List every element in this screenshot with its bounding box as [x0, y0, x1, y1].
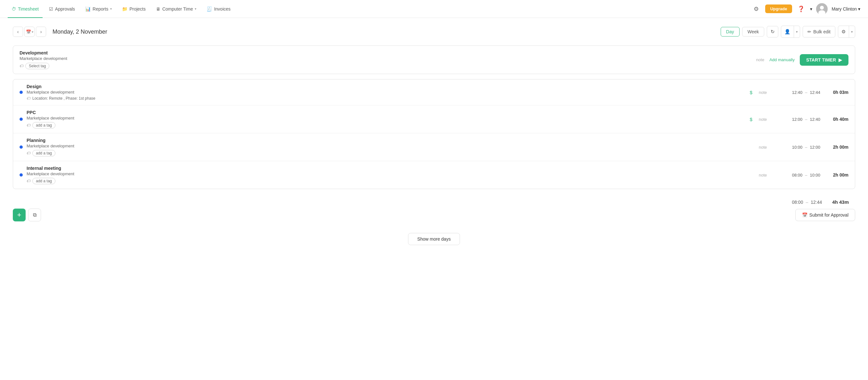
nav-computer-time[interactable]: 🖥 Computer Time ▾ — [152, 0, 200, 18]
add-manually-button[interactable]: Add manually — [769, 57, 795, 62]
entry-duration-planning: 2h 00m — [829, 145, 848, 150]
dash-design: – — [805, 90, 807, 95]
show-more-days-button[interactable]: Show more days — [408, 233, 460, 245]
development-tag-row: 🏷 Select tag — [20, 63, 751, 69]
nav-invoices[interactable]: 🧾 Invoices — [203, 0, 234, 18]
billable-icon-design: $ — [750, 90, 752, 95]
add-entry-button[interactable]: + — [13, 209, 26, 222]
summary-dash: – — [806, 200, 808, 205]
svg-point-1 — [820, 6, 824, 10]
user-name[interactable]: Mary Clinton ▾ — [832, 6, 860, 11]
entry-project-planning: Marketplace development — [27, 144, 746, 148]
entry-title-design: Design — [27, 84, 746, 89]
tag-text-design: Location: Remote , Phase: 1st phase — [32, 96, 95, 100]
day-view-button[interactable]: Day — [721, 27, 740, 36]
development-entry-row: Development Marketplace development 🏷 Se… — [13, 46, 855, 74]
user-filter-button[interactable]: 👤 ▾ — [781, 26, 800, 38]
week-view-button[interactable]: Week — [742, 27, 765, 36]
help-icon[interactable]: ❓ — [796, 4, 806, 14]
reports-chevron-icon: ▾ — [110, 7, 112, 10]
calendar-button[interactable]: 📅 ▾ — [24, 27, 35, 37]
table-row: Planning Marketplace development 🏷 add a… — [13, 133, 855, 161]
entry-dot-meeting — [20, 173, 23, 177]
nav-timesheet[interactable]: ⏱ Timesheet — [8, 0, 42, 18]
table-row: Design Marketplace development 🏷 Locatio… — [13, 80, 855, 106]
projects-icon: 📁 — [122, 6, 127, 11]
development-sub-project: Marketplace development — [20, 56, 751, 61]
entry-project-meeting: Marketplace development — [27, 171, 746, 176]
next-date-button[interactable]: › — [36, 27, 46, 37]
submit-approval-button[interactable]: 📅 Submit for Approval — [795, 209, 855, 221]
entry-title-meeting: Internal meeting — [27, 166, 746, 171]
select-tag-button[interactable]: Select tag — [25, 63, 49, 69]
add-tag-button-meeting[interactable]: add a tag — [32, 178, 55, 184]
date-toolbar: ‹ 📅 ▾ › Monday, 2 November Day Week ↻ 👤 … — [13, 26, 855, 38]
refresh-button[interactable]: ↻ — [767, 26, 778, 37]
main-content: ‹ 📅 ▾ › Monday, 2 November Day Week ↻ 👤 … — [0, 18, 868, 253]
clock-icon: ⏱ — [11, 6, 16, 11]
table-row: PPC Marketplace development 🏷 add a tag … — [13, 106, 855, 133]
computer-time-chevron-icon: ▾ — [195, 7, 196, 10]
nav-projects[interactable]: 📁 Projects — [118, 0, 150, 18]
entry-note-design: note — [759, 90, 772, 95]
development-entry-info: Development Marketplace development 🏷 Se… — [20, 50, 751, 69]
nav-approvals[interactable]: ☑ Approvals — [45, 0, 79, 18]
entry-time-planning: 10:00 – 12:00 — [775, 145, 820, 150]
approvals-icon: ☑ — [49, 6, 53, 11]
date-navigation: ‹ 📅 ▾ › — [13, 27, 46, 37]
calendar-chevron-icon: ▾ — [32, 30, 33, 34]
add-tag-button-ppc[interactable]: add a tag — [32, 122, 55, 128]
gear-icon: ⚙ — [838, 26, 849, 37]
bulk-edit-button[interactable]: ✏ Bulk edit — [803, 26, 835, 37]
user-filter-icon: 👤 — [781, 26, 794, 37]
entry-title-ppc: PPC — [27, 110, 746, 115]
tag-icon-design: 🏷 — [27, 96, 30, 100]
entry-note-ppc: note — [759, 117, 772, 122]
settings-gear-button[interactable]: ⚙ ▾ — [838, 26, 855, 38]
plus-icon: + — [17, 211, 22, 219]
start-timer-button[interactable]: START TIMER ▶ — [800, 54, 848, 66]
calendar-check-icon: 📅 — [802, 212, 807, 217]
entry-duration-ppc: 0h 40m — [829, 117, 848, 122]
copy-button[interactable]: ⧉ — [28, 209, 41, 222]
entry-duration-meeting: 2h 00m — [829, 172, 848, 177]
entry-info-meeting: Internal meeting Marketplace development… — [27, 166, 746, 184]
entry-project-ppc: Marketplace development — [27, 116, 746, 120]
entry-info-design: Design Marketplace development 🏷 Locatio… — [27, 84, 746, 100]
entry-time-ppc: 12:00 – 12:40 — [775, 117, 820, 122]
upgrade-button[interactable]: Upgrade — [765, 4, 793, 13]
billable-icon-ppc: $ — [750, 117, 752, 122]
entry-tags-design: 🏷 Location: Remote , Phase: 1st phase — [27, 96, 746, 100]
add-tag-button-planning[interactable]: add a tag — [32, 150, 55, 156]
invoices-icon: 🧾 — [207, 6, 212, 11]
avatar — [816, 3, 828, 15]
user-filter-chevron-icon: ▾ — [794, 26, 800, 37]
summary-duration: 4h 43m — [832, 199, 849, 205]
help-chevron-icon: ▾ — [810, 6, 812, 11]
toolbar-right: Day Week ↻ 👤 ▾ ✏ Bulk edit ⚙ ▾ — [721, 26, 855, 38]
entry-tags-meeting: 🏷 add a tag — [27, 178, 746, 184]
entry-project-design: Marketplace development — [27, 90, 746, 94]
refresh-icon: ↻ — [771, 29, 775, 35]
user-chevron-icon: ▾ — [858, 6, 860, 11]
entry-dot-ppc — [20, 118, 23, 121]
entry-info-planning: Planning Marketplace development 🏷 add a… — [27, 138, 746, 156]
development-note: note — [756, 57, 764, 62]
nav-reports[interactable]: 📊 Reports ▾ — [81, 0, 116, 18]
prev-date-button[interactable]: ‹ — [13, 27, 23, 37]
entry-title-planning: Planning — [27, 138, 746, 143]
dash-ppc: – — [805, 117, 807, 122]
entry-time-design: 12:40 – 12:44 — [775, 90, 820, 95]
reports-icon: 📊 — [85, 6, 91, 11]
computer-icon: 🖥 — [156, 6, 160, 11]
entry-duration-design: 0h 03m — [829, 90, 848, 95]
tag-icon-ppc: 🏷 — [27, 123, 30, 127]
settings-icon[interactable]: ⚙ — [751, 4, 761, 14]
entry-info-ppc: PPC Marketplace development 🏷 add a tag — [27, 110, 746, 128]
copy-icon: ⧉ — [33, 212, 36, 218]
dash-planning: – — [805, 145, 807, 150]
table-row: Internal meeting Marketplace development… — [13, 161, 855, 189]
entry-tags-ppc: 🏷 add a tag — [27, 122, 746, 128]
gear-chevron-icon: ▾ — [849, 26, 855, 37]
entry-dot-design — [20, 91, 23, 94]
